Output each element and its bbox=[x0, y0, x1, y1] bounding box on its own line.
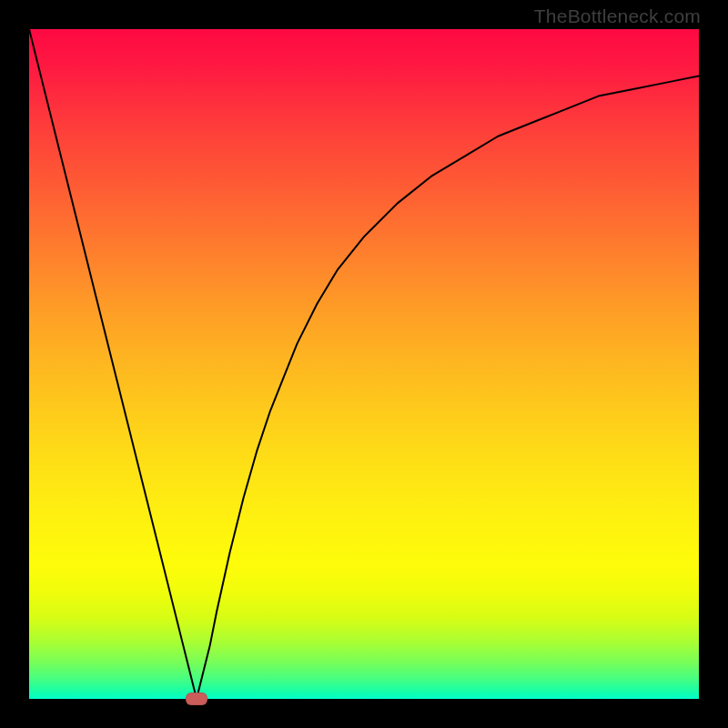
chart-container: TheBottleneck.com bbox=[0, 0, 728, 728]
plot-area bbox=[29, 29, 699, 699]
bottleneck-curve bbox=[29, 29, 699, 699]
watermark-text: TheBottleneck.com bbox=[534, 5, 701, 27]
curve-svg bbox=[29, 29, 699, 699]
minimum-marker bbox=[186, 693, 207, 705]
